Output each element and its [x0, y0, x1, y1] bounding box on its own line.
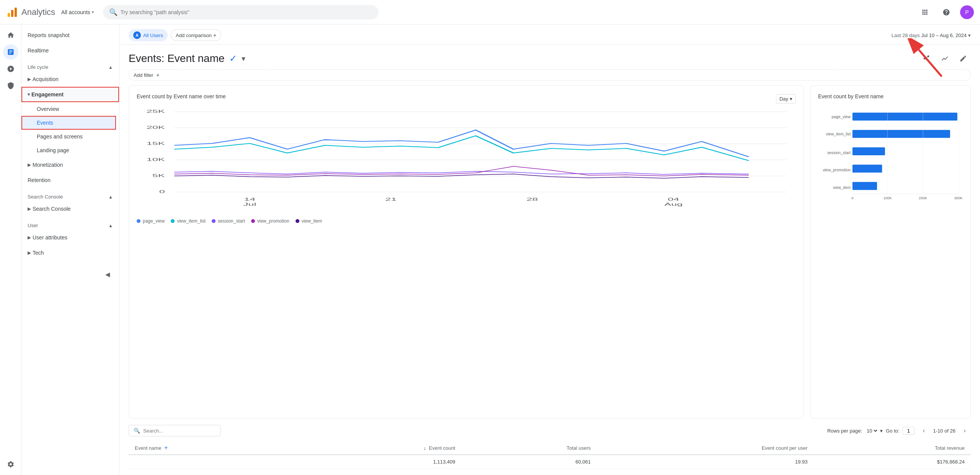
sidebar-item-realtime[interactable]: Realtime	[21, 43, 116, 58]
svg-text:Jul: Jul	[243, 202, 256, 207]
add-filter-button[interactable]: Add filter +	[129, 69, 971, 81]
topbar-right: P	[917, 5, 974, 20]
sidebar-item-engagement[interactable]: ▾ Engagement	[21, 87, 119, 102]
user-chevron-icon: ▲	[108, 223, 113, 228]
svg-text:view_item: view_item	[833, 185, 851, 190]
next-page-button[interactable]: ›	[959, 425, 971, 437]
legend-session-start: session_start	[212, 218, 245, 224]
sidebar-icon-home[interactable]	[3, 28, 18, 43]
sidebar-item-pages-screens[interactable]: Pages and screens	[21, 130, 116, 143]
sidebar-item-overview[interactable]: Overview	[21, 102, 116, 116]
svg-text:view_promotion: view_promotion	[823, 168, 851, 172]
add-comparison-plus-icon: +	[213, 32, 216, 38]
col-total-revenue[interactable]: Total revenue	[814, 441, 971, 455]
rows-select-chevron-icon: ▾	[880, 428, 883, 434]
table-row-totals: 1,113,409 60,061 19.93 $176,868.24	[129, 455, 971, 469]
sidebar-item-search-console[interactable]: ▶ Search Console	[21, 201, 119, 216]
sidebar-item-monetization[interactable]: ▶ Monetization	[21, 157, 119, 172]
share-button[interactable]	[919, 51, 934, 66]
svg-text:0: 0	[851, 196, 853, 200]
search-console-chevron-icon: ▲	[108, 194, 113, 200]
account-selector[interactable]: All accounts ▾	[61, 9, 93, 15]
legend-dot-view-item	[296, 219, 299, 223]
table-search[interactable]: 🔍	[129, 425, 220, 436]
acquisition-chevron-icon: ▶	[28, 76, 31, 82]
svg-rect-0	[8, 13, 10, 17]
day-selector-chevron-icon: ▾	[790, 96, 792, 102]
sidebar-icon-explore[interactable]	[3, 61, 18, 76]
legend-dot-view-promotion	[251, 219, 255, 223]
go-to-input[interactable]	[902, 427, 915, 435]
apps-icon[interactable]	[917, 5, 933, 20]
sidebar-icon-advertising[interactable]	[3, 78, 18, 93]
sidebar-item-reports-snapshot[interactable]: Reports snapshot	[21, 28, 116, 43]
totals-total-revenue: $176,868.24	[814, 455, 971, 469]
go-to-label: Go to:	[886, 428, 899, 434]
sidebar-item-events[interactable]: Events	[21, 116, 116, 130]
col-event-name[interactable]: Event name +	[129, 441, 297, 455]
svg-text:14: 14	[244, 197, 255, 202]
sidebar-icon-reports[interactable]	[3, 44, 18, 60]
sidebar-item-landing-page[interactable]: Landing page	[21, 143, 116, 157]
analytics-logo-icon	[6, 6, 18, 18]
topbar: Analytics All accounts ▾ 🔍 P	[0, 0, 980, 24]
search-bar[interactable]: 🔍	[103, 5, 379, 20]
col-event-count-per-user[interactable]: Event count per user	[597, 441, 814, 455]
table-area: 🔍 Rows per page: 10 25 50 ▾ Go to:	[119, 418, 980, 475]
help-icon[interactable]	[939, 5, 954, 20]
svg-text:page_view: page_view	[831, 115, 851, 119]
verified-icon: ✓	[229, 53, 237, 64]
avatar[interactable]: P	[960, 5, 974, 19]
title-dropdown-icon[interactable]: ▾	[242, 54, 245, 63]
rows-select-dropdown[interactable]: 10 25 50	[865, 428, 879, 434]
bar-chart-container: Event count by Event name page_view view…	[810, 85, 971, 418]
app-title: Analytics	[21, 7, 55, 17]
svg-rect-30	[853, 182, 877, 190]
sidebar-item-user-attributes[interactable]: ▶ User attributes	[21, 230, 119, 245]
svg-text:15K: 15K	[147, 141, 165, 146]
svg-text:10K: 10K	[147, 157, 165, 162]
svg-rect-1	[11, 10, 13, 17]
col-total-users[interactable]: Total users	[461, 441, 597, 455]
svg-text:04: 04	[668, 197, 679, 202]
prev-page-button[interactable]: ‹	[918, 425, 930, 437]
svg-text:Aug: Aug	[664, 202, 683, 207]
bar-chart-svg: page_view view_item_list session_start v…	[818, 104, 963, 219]
col-event-count[interactable]: ↓ Event count	[297, 441, 461, 455]
svg-text:300K: 300K	[954, 196, 963, 200]
table-search-input[interactable]	[143, 428, 216, 434]
sidebar-icon-settings[interactable]	[3, 457, 18, 472]
day-selector[interactable]: Day ▾	[776, 94, 796, 104]
sidebar-item-tech[interactable]: ▶ Tech	[21, 245, 119, 260]
sidebar-item-acquisition[interactable]: ▶ Acquisition	[21, 72, 119, 87]
rows-per-page-select[interactable]: 10 25 50 ▾	[865, 428, 883, 434]
sidebar-item-retention[interactable]: Retention	[21, 172, 116, 188]
search-console-item-chevron-icon: ▶	[28, 206, 31, 211]
add-col-icon[interactable]: +	[164, 444, 168, 451]
legend-view-promotion: view_promotion	[251, 218, 289, 224]
search-input[interactable]	[121, 9, 372, 15]
table-header-row: Event name + ↓ Event count Total users E…	[129, 441, 971, 455]
date-range-selector[interactable]: Last 28 days Jul 10 – Aug 6, 2024 ▾	[892, 33, 971, 38]
svg-text:25K: 25K	[147, 109, 165, 114]
svg-text:21: 21	[385, 197, 397, 202]
totals-event-count: 1,113,409	[297, 455, 461, 469]
all-users-chip[interactable]: A All Users	[129, 29, 168, 41]
app-layout: Reports snapshot Realtime Life cycle ▲ ▶…	[0, 24, 980, 475]
sidebar-collapse-btn[interactable]: ◀	[21, 267, 116, 282]
line-chart-container: Event count by Event name over time Day …	[129, 85, 804, 418]
filter-row: A All Users Add comparison +	[129, 29, 221, 41]
insights-button[interactable]	[937, 51, 952, 66]
user-section-header: User ▲	[21, 220, 119, 230]
table-search-icon: 🔍	[134, 428, 140, 434]
account-name: All accounts	[61, 9, 90, 15]
legend-dot-view-item-list	[171, 219, 175, 223]
svg-text:session_start: session_start	[827, 151, 851, 155]
svg-text:5K: 5K	[152, 173, 165, 178]
legend-view-item: view_item	[296, 218, 322, 224]
user-attributes-chevron-icon: ▶	[28, 235, 31, 240]
edit-button[interactable]	[956, 51, 971, 66]
table-toolbar: 🔍 Rows per page: 10 25 50 ▾ Go to:	[129, 425, 971, 437]
add-comparison-button[interactable]: Add comparison +	[171, 29, 221, 41]
tech-chevron-icon: ▶	[28, 250, 31, 255]
